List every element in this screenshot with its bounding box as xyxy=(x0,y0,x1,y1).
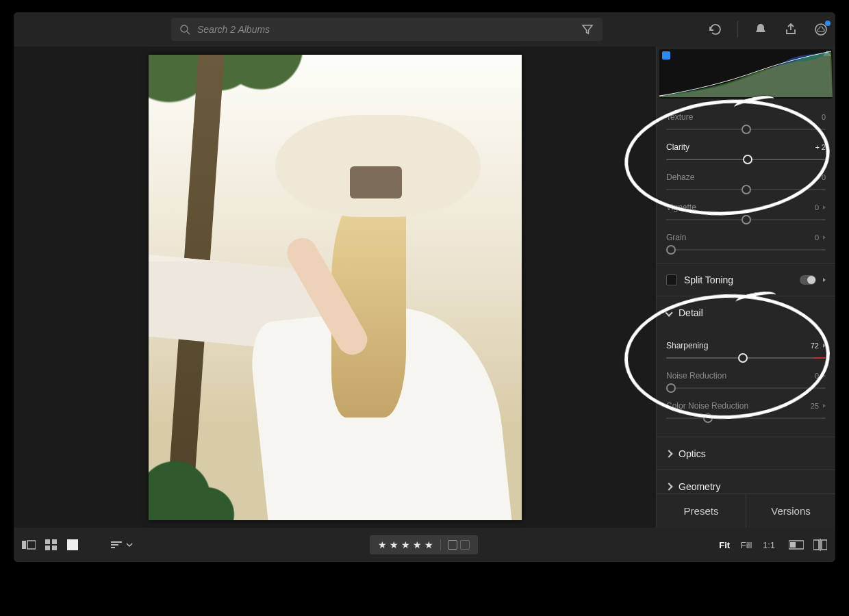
noise-reduction-value: 0 xyxy=(815,372,819,380)
vignette-value: 0 xyxy=(815,203,819,211)
texture-value: 0 xyxy=(822,113,826,121)
sync-status-dot xyxy=(825,21,831,26)
expand-icon[interactable] xyxy=(823,278,826,282)
star-icon[interactable]: ★ xyxy=(413,539,422,550)
dehaze-value: 0 xyxy=(822,173,826,181)
color-noise-value: 25 xyxy=(811,402,819,410)
split-toning-section[interactable]: Split Toning xyxy=(657,263,835,296)
bottom-bar: ★ ★ ★ ★ ★ Fit Fill 1:1 xyxy=(14,528,835,562)
filmstrip-view-icon[interactable] xyxy=(22,539,36,550)
split-toning-toggle[interactable] xyxy=(800,275,816,285)
star-icon[interactable]: ★ xyxy=(424,539,433,550)
flag-reject-icon[interactable] xyxy=(460,540,470,550)
notifications-icon[interactable] xyxy=(753,22,768,37)
dehaze-slider[interactable] xyxy=(666,189,826,190)
share-icon[interactable] xyxy=(783,22,798,37)
color-noise-label: Color Noise Reduction xyxy=(666,401,748,411)
zoom-fill-button[interactable]: Fill xyxy=(737,540,757,550)
chevron-right-icon xyxy=(665,483,672,490)
star-icon[interactable]: ★ xyxy=(401,539,410,550)
vignette-slider[interactable] xyxy=(666,219,826,220)
rating-bar[interactable]: ★ ★ ★ ★ ★ xyxy=(370,535,478,554)
detail-section-header[interactable]: Detail xyxy=(657,296,835,329)
clarity-label: Clarity xyxy=(666,142,689,152)
svg-rect-3 xyxy=(22,541,26,549)
noise-reduction-slider[interactable] xyxy=(666,387,826,389)
cloud-sync-icon[interactable] xyxy=(813,22,828,37)
split-toning-label: Split Toning xyxy=(684,274,733,285)
svg-rect-4 xyxy=(27,541,36,549)
texture-label: Texture xyxy=(666,112,693,122)
grain-value: 0 xyxy=(815,233,819,242)
search-placeholder: Search 2 Albums xyxy=(197,24,270,35)
svg-rect-6 xyxy=(52,539,57,544)
optics-label: Optics xyxy=(679,448,706,459)
star-icon[interactable]: ★ xyxy=(390,539,398,550)
dehaze-label: Dehaze xyxy=(666,172,694,182)
sharpening-slider[interactable] xyxy=(666,357,826,359)
search-icon xyxy=(179,24,190,35)
top-bar: Search 2 Albums xyxy=(14,12,835,47)
svg-line-1 xyxy=(187,31,190,34)
noise-reduction-label: Noise Reduction xyxy=(666,371,726,381)
clarity-slider[interactable] xyxy=(666,159,826,160)
grain-slider[interactable] xyxy=(666,249,826,251)
geometry-label: Geometry xyxy=(679,481,720,492)
show-original-icon[interactable] xyxy=(789,539,804,550)
split-toning-icon xyxy=(666,274,677,285)
sharpening-label: Sharpening xyxy=(666,341,708,350)
chevron-down-icon xyxy=(665,309,672,316)
flag-pick-icon[interactable] xyxy=(448,540,457,550)
sort-button[interactable] xyxy=(111,541,133,548)
clarity-slider-row: Clarity+ 2 xyxy=(666,142,826,160)
preview-image xyxy=(149,55,522,520)
expand-icon[interactable] xyxy=(823,344,826,348)
detail-section-body: Sharpening72 Noise Reduction0 Color Nois… xyxy=(666,329,826,437)
sharpening-value: 72 xyxy=(811,342,819,350)
star-icon[interactable]: ★ xyxy=(378,539,387,550)
optics-section-header[interactable]: Optics xyxy=(657,437,835,470)
svg-rect-12 xyxy=(813,540,819,550)
svg-rect-13 xyxy=(822,540,827,550)
search-input[interactable]: Search 2 Albums xyxy=(171,18,603,41)
expand-icon[interactable] xyxy=(823,235,826,240)
filter-icon[interactable] xyxy=(580,22,595,37)
zoom-1to1-button[interactable]: 1:1 xyxy=(759,540,779,550)
sharpening-slider-row: Sharpening72 xyxy=(666,341,826,359)
panel-tabs: Presets Versions xyxy=(657,493,835,528)
clarity-value: + 2 xyxy=(815,143,826,151)
chevron-down-icon xyxy=(126,542,133,548)
photo-canvas[interactable] xyxy=(14,47,656,528)
dehaze-slider-row: Dehaze0 xyxy=(666,172,826,190)
expand-icon[interactable] xyxy=(823,205,826,209)
svg-point-2 xyxy=(815,24,826,35)
detail-label: Detail xyxy=(679,307,703,318)
noise-reduction-slider-row: Noise Reduction0 xyxy=(666,371,826,389)
color-noise-slider-row: Color Noise Reduction25 xyxy=(666,401,826,419)
zoom-controls: Fit Fill 1:1 xyxy=(715,540,779,550)
geometry-section-header[interactable]: Geometry xyxy=(657,470,835,493)
presets-tab[interactable]: Presets xyxy=(657,494,746,528)
zoom-fit-button[interactable]: Fit xyxy=(715,540,734,550)
edit-panel: Texture0 Clarity+ 2 Dehaze0 Vignette0 Gr xyxy=(656,47,835,528)
color-noise-slider[interactable] xyxy=(666,418,826,419)
topbar-separator xyxy=(737,21,738,38)
expand-icon[interactable] xyxy=(823,374,826,378)
svg-point-0 xyxy=(181,25,188,32)
compare-view-icon[interactable] xyxy=(813,539,827,551)
svg-rect-7 xyxy=(45,546,50,550)
svg-rect-5 xyxy=(45,539,50,544)
chevron-right-icon xyxy=(665,450,672,457)
grid-view-icon[interactable] xyxy=(45,539,58,550)
top-icon-group xyxy=(580,21,828,38)
expand-icon[interactable] xyxy=(823,404,826,408)
single-view-icon[interactable] xyxy=(67,539,78,550)
versions-tab[interactable]: Versions xyxy=(746,494,835,528)
texture-slider[interactable] xyxy=(666,129,826,130)
edit-panel-scroll[interactable]: Texture0 Clarity+ 2 Dehaze0 Vignette0 Gr xyxy=(657,104,835,493)
separator xyxy=(440,539,441,550)
vignette-slider-row: Vignette0 xyxy=(666,203,826,220)
undo-icon[interactable] xyxy=(707,22,722,37)
grain-slider-row: Grain0 xyxy=(666,233,826,251)
histogram[interactable] xyxy=(659,49,833,99)
